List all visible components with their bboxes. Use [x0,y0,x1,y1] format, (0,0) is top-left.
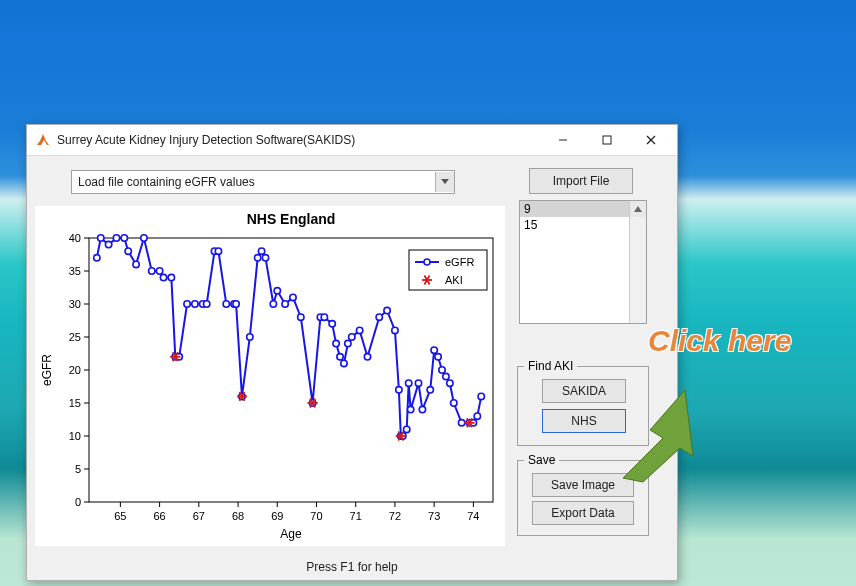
svg-point-111 [474,413,480,419]
svg-point-83 [333,340,339,346]
save-image-button[interactable]: Save Image [532,473,634,497]
close-button[interactable] [629,125,673,155]
matlab-icon [35,132,51,148]
svg-point-54 [149,268,155,274]
svg-point-63 [203,301,209,307]
svg-text:10: 10 [69,430,81,442]
svg-text:35: 35 [69,265,81,277]
svg-rect-1 [603,136,611,144]
svg-text:69: 69 [271,510,283,522]
titlebar[interactable]: Surrey Acute Kidney Injury Detection Sof… [27,125,677,156]
svg-point-85 [341,360,347,366]
maximize-button[interactable] [585,125,629,155]
svg-point-71 [254,255,260,261]
svg-point-49 [113,235,119,241]
svg-point-97 [405,380,411,386]
scrollbar[interactable] [629,201,646,323]
svg-point-66 [223,301,229,307]
file-select-dropdown[interactable]: Load file containing eGFR values [71,170,455,194]
svg-point-57 [168,274,174,280]
svg-point-60 [184,301,190,307]
svg-point-104 [439,367,445,373]
svg-point-61 [192,301,198,307]
svg-point-103 [435,354,441,360]
svg-text:74: 74 [467,510,479,522]
svg-point-65 [215,248,221,254]
svg-text:0: 0 [75,496,81,508]
import-file-button[interactable]: Import File [529,168,633,194]
svg-point-46 [94,255,100,261]
svg-point-48 [105,241,111,247]
svg-point-72 [258,248,264,254]
svg-point-70 [247,334,253,340]
svg-point-84 [337,354,343,360]
svg-text:70: 70 [310,510,322,522]
svg-text:NHS England: NHS England [247,211,336,227]
svg-text:eGFR: eGFR [40,354,54,386]
svg-text:68: 68 [232,510,244,522]
svg-point-90 [376,314,382,320]
svg-point-47 [98,235,104,241]
scroll-up-icon[interactable] [630,201,646,217]
nhs-button[interactable]: NHS [542,409,626,433]
svg-text:73: 73 [428,510,440,522]
sakids-window: Surrey Acute Kidney Injury Detection Sof… [26,124,678,581]
svg-text:71: 71 [350,510,362,522]
svg-point-93 [396,387,402,393]
svg-text:15: 15 [69,397,81,409]
svg-point-76 [282,301,288,307]
svg-point-52 [133,261,139,267]
svg-point-75 [274,288,280,294]
svg-point-51 [125,248,131,254]
svg-point-78 [298,314,304,320]
svg-point-96 [404,426,410,432]
svg-point-74 [270,301,276,307]
results-listbox[interactable]: 9 15 [519,200,647,324]
sakida-button[interactable]: SAKIDA [542,379,626,403]
help-text: Press F1 for help [27,560,677,574]
svg-point-87 [349,334,355,340]
svg-point-100 [419,406,425,412]
svg-point-101 [427,387,433,393]
svg-point-68 [233,301,239,307]
window-content: Load file containing eGFR values Import … [27,156,677,580]
svg-point-50 [121,235,127,241]
svg-point-106 [447,380,453,386]
svg-point-81 [321,314,327,320]
svg-text:40: 40 [69,232,81,244]
svg-text:AKI: AKI [445,274,463,286]
svg-point-98 [407,406,413,412]
svg-text:67: 67 [193,510,205,522]
svg-point-108 [458,420,464,426]
save-title: Save [524,453,559,467]
svg-text:72: 72 [389,510,401,522]
svg-point-56 [160,274,166,280]
svg-text:eGFR: eGFR [445,256,474,268]
svg-point-73 [262,255,268,261]
svg-text:30: 30 [69,298,81,310]
svg-point-91 [384,307,390,313]
svg-point-107 [451,400,457,406]
svg-text:66: 66 [153,510,165,522]
find-aki-panel: Find AKI SAKIDA NHS [517,366,649,446]
svg-point-145 [424,259,430,265]
save-panel: Save Save Image Export Data [517,460,649,536]
list-item[interactable]: 9 [520,201,646,217]
svg-point-89 [364,354,370,360]
svg-point-53 [141,235,147,241]
minimize-button[interactable] [541,125,585,155]
svg-point-102 [431,347,437,353]
chart-area: 051015202530354065666768697071727374NHS … [35,206,505,546]
svg-point-112 [478,393,484,399]
svg-text:65: 65 [114,510,126,522]
svg-text:5: 5 [75,463,81,475]
svg-point-105 [443,373,449,379]
file-select-label: Load file containing eGFR values [72,175,435,189]
svg-point-77 [290,294,296,300]
window-title: Surrey Acute Kidney Injury Detection Sof… [57,133,541,147]
export-data-button[interactable]: Export Data [532,501,634,525]
list-item[interactable]: 15 [520,217,646,233]
svg-text:20: 20 [69,364,81,376]
svg-text:Age: Age [280,527,302,541]
find-aki-title: Find AKI [524,359,577,373]
